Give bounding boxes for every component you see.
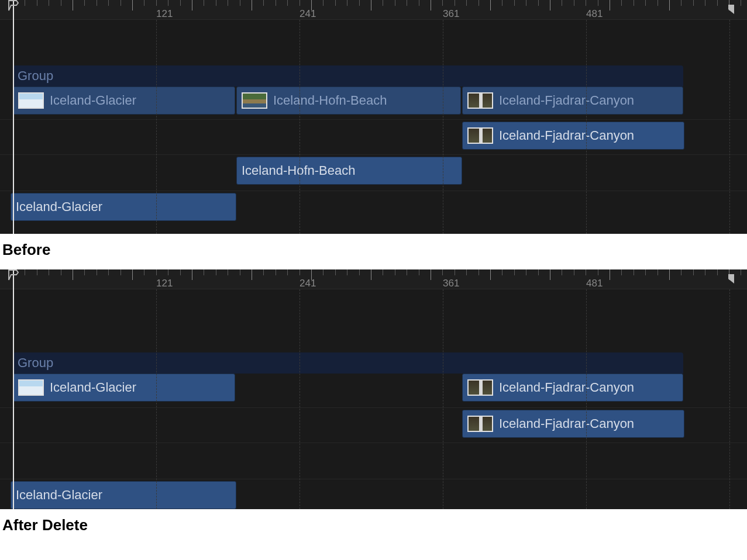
ruler-tick [287,0,288,6]
end-marker-icon[interactable] [726,273,736,285]
ruler-tick [621,0,622,6]
clip-label: Iceland-Glacier [16,199,102,215]
ruler-tick [395,0,395,6]
ruler-tick [514,0,515,6]
track-separator [0,154,747,155]
ruler-tick [228,269,228,275]
clip-iceland-glacier[interactable]: Iceland-Glacier [13,87,235,115]
ruler-label: 241 [300,8,316,20]
ruler-tick [168,0,168,6]
ruler-tick [526,269,526,275]
playhead-marker-icon[interactable] [8,0,19,12]
tracks-area[interactable]: GroupIceland-GlacierIceland-Hofn-BeachIc… [0,20,747,234]
ruler-tick [562,0,562,6]
ruler-tick [717,0,718,6]
clip-iceland-hofn-beach[interactable]: Iceland-Hofn-Beach [236,157,462,185]
ruler-tick [574,0,574,6]
ruler-tick [252,269,252,280]
ruler-tick [479,269,479,275]
ruler-tick [407,269,407,275]
frame-guide [156,20,157,234]
ruler-tick [442,0,443,6]
caption-after: After Delete [0,509,747,545]
ruler-tick [300,0,300,6]
track-separator [0,443,747,443]
clip-iceland-fjadrar-canyon[interactable]: Iceland-Fjadrar-Canyon [462,410,684,438]
ruler-tick [61,269,61,275]
playhead-marker-icon[interactable] [8,269,19,281]
clip-thumbnail [18,92,44,109]
ruler-tick [192,269,192,280]
ruler-tick [263,0,264,6]
ruler-tick [514,269,515,275]
ruler-tick [84,269,85,275]
clip-iceland-glacier[interactable]: Iceland-Glacier [13,374,235,402]
ruler-tick [466,269,467,275]
ruler-tick [73,269,73,280]
ruler-tick [442,269,443,275]
ruler-label: 481 [586,278,603,289]
ruler-tick [383,269,383,275]
group-header[interactable]: Group [13,352,683,374]
clip-label: Iceland-Fjadrar-Canyon [499,128,634,143]
ruler-tick [419,269,419,275]
ruler-tick [466,0,467,6]
ruler-tick [419,0,419,6]
ruler-tick [323,0,323,6]
ruler-label: 361 [443,278,459,289]
ruler-tick [550,0,550,11]
clip-label: Iceland-Glacier [50,380,136,395]
tracks-area[interactable]: GroupIceland-GlacierIceland-Fjadrar-Cany… [0,289,747,509]
track-separator [0,191,747,191]
ruler-tick [180,0,181,6]
ruler-tick [681,0,681,6]
clip-iceland-fjadrar-canyon[interactable]: Iceland-Fjadrar-Canyon [462,87,683,115]
group-header[interactable]: Group [13,65,683,87]
ruler-label: 121 [156,8,173,20]
clip-iceland-glacier[interactable]: Iceland-Glacier [11,193,236,221]
clip-iceland-hofn-beach[interactable]: Iceland-Hofn-Beach [236,87,461,115]
ruler-tick [156,0,157,6]
ruler-tick [371,0,371,11]
ruler-tick [121,0,121,6]
frame-guide [156,289,157,509]
end-marker-icon[interactable] [726,4,736,15]
clip-iceland-fjadrar-canyon[interactable]: Iceland-Fjadrar-Canyon [462,374,683,402]
playhead-line[interactable] [13,0,14,234]
ruler-tick [335,0,336,6]
playhead-line[interactable] [13,269,14,509]
ruler-tick [634,0,634,6]
ruler[interactable]: 121241361481 [0,269,747,289]
ruler-tick [562,269,562,275]
ruler-tick [479,0,479,6]
ruler-tick [658,0,658,6]
ruler-tick [455,0,455,6]
ruler-tick [204,0,204,6]
frame-guide [729,20,730,234]
ruler-tick [108,269,109,275]
ruler-tick [276,0,276,6]
ruler-tick [490,269,491,280]
clip-iceland-glacier[interactable]: Iceland-Glacier [11,481,236,509]
ruler-tick [132,0,133,11]
clip-thumbnail [242,92,267,109]
clip-thumbnail [467,416,493,432]
ruler-tick [49,269,49,275]
ruler-tick [335,269,336,275]
ruler-tick [216,0,216,6]
ruler-tick [216,269,216,275]
ruler-tick [228,0,228,6]
ruler-tick [347,269,347,275]
ruler[interactable]: 121241361481 [0,0,747,20]
ruler-tick [240,0,240,6]
frame-guide [300,289,300,509]
ruler-label: 241 [300,278,316,289]
timeline-before[interactable]: 121241361481 GroupIceland-GlacierIceland… [0,0,747,234]
ruler-tick [97,269,97,275]
clip-iceland-fjadrar-canyon[interactable]: Iceland-Fjadrar-Canyon [462,122,684,150]
ruler-tick [204,269,204,275]
timeline-after[interactable]: 121241361481 GroupIceland-GlacierIceland… [0,269,747,509]
ruler-tick [693,0,694,6]
clip-label: Iceland-Glacier [16,488,102,503]
clip-label: Iceland-Fjadrar-Canyon [499,380,634,395]
